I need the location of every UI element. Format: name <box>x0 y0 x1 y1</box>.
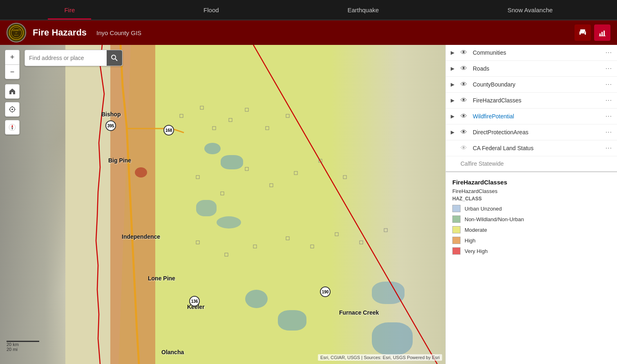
app-title: Fire Hazards <box>33 27 87 38</box>
map-attribution: Esri, CGIAR, USGS | Sources: Esri, USGS … <box>318 354 442 361</box>
nav-item-flood[interactable]: Flood <box>187 0 235 20</box>
expand-icon-roads[interactable]: ▶ <box>451 66 457 71</box>
place-olancha: Olancha <box>161 349 184 355</box>
visibility-icon-roads[interactable]: 👁 <box>461 65 469 72</box>
svg-text:COUNTY: COUNTY <box>12 29 21 31</box>
svg-text:INYO: INYO <box>14 34 18 36</box>
layer-name-fire-hazard: FireHazardClasses <box>473 97 602 104</box>
route-168: 168 <box>163 125 174 135</box>
visibility-icon-direct-protection[interactable]: 👁 <box>461 129 469 136</box>
layer-menu-county-boundary[interactable]: ··· <box>606 81 612 88</box>
water-1 <box>204 143 221 154</box>
legend-swatch-very-high <box>452 247 461 255</box>
place-bishop: Bishop <box>101 111 121 118</box>
route-190: 190 <box>320 286 331 297</box>
legend-swatch-non-wildland <box>452 215 461 223</box>
layer-item-federal-land[interactable]: ▶ 👁 CA Federal Land Status ··· <box>446 140 617 156</box>
layer-item-wildfire-potential[interactable]: ▶ 👁 WildfirePotential ··· <box>446 109 617 124</box>
legend-item-urban: Urban Unzoned <box>452 205 610 212</box>
legend-label-urban: Urban Unzoned <box>465 206 502 212</box>
expand-icon-fire-hazard[interactable]: ▶ <box>451 98 457 103</box>
layer-menu-fire-hazard[interactable]: ··· <box>606 97 612 104</box>
visibility-icon-fire-hazard[interactable]: 👁 <box>461 97 469 104</box>
layer-name-communities: Communities <box>473 49 602 56</box>
nav-item-earthquake[interactable]: Earthquake <box>331 0 395 20</box>
legend-label-high: High <box>465 237 476 244</box>
svg-rect-8 <box>584 32 585 33</box>
red-patch-1 <box>135 167 147 178</box>
right-panel: ▶ 👁 Communities ··· ▶ 👁 Roads ··· ▶ 👁 Co… <box>445 45 617 364</box>
layer-menu-wildfire-potential[interactable]: ··· <box>606 113 612 120</box>
scale-bar: 20 km 20 mi <box>7 341 39 352</box>
expand-icon-county-boundary[interactable]: ▶ <box>451 82 457 87</box>
svg-rect-11 <box>604 31 605 36</box>
search-button[interactable] <box>107 50 122 66</box>
locate-button[interactable] <box>5 102 20 117</box>
layer-name-calfire: Calfire Statewide <box>461 160 612 167</box>
legend-swatch-moderate <box>452 226 461 233</box>
svg-rect-10 <box>601 32 603 36</box>
expand-icon-direct-protection[interactable]: ▶ <box>451 129 457 135</box>
layer-name-federal-land: CA Federal Land Status <box>473 145 602 151</box>
svg-text:OF: OF <box>15 32 18 34</box>
home-button[interactable] <box>5 84 20 99</box>
legend-title: FireHazardClasses <box>452 179 610 186</box>
svg-marker-42 <box>11 124 13 127</box>
layer-item-calfire[interactable]: ▶ Calfire Statewide <box>446 156 617 171</box>
layer-name-county-boundary: CountyBoundary <box>473 81 602 88</box>
legend-swatch-high <box>452 237 461 244</box>
nav-item-snow-avalanche[interactable]: Snow Avalanche <box>491 0 569 20</box>
layer-name-roads: Roads <box>473 65 602 72</box>
expand-icon-communities[interactable]: ▶ <box>451 50 457 55</box>
svg-rect-9 <box>599 33 601 36</box>
visibility-icon-communities[interactable]: 👁 <box>461 49 469 56</box>
place-independence: Independence <box>122 233 160 240</box>
water-8 <box>372 322 413 355</box>
map-container[interactable]: + − Bishop Big Pine Independence Lone Pi… <box>0 45 445 364</box>
visibility-icon-wildfire-potential[interactable]: 👁 <box>461 113 469 120</box>
water-4 <box>217 216 241 229</box>
layer-menu-federal-land[interactable]: ··· <box>606 144 612 152</box>
layer-list: ▶ 👁 Communities ··· ▶ 👁 Roads ··· ▶ 👁 Co… <box>446 45 617 172</box>
layer-menu-communities[interactable]: ··· <box>606 49 612 56</box>
layer-item-roads[interactable]: ▶ 👁 Roads ··· <box>446 61 617 77</box>
legend-item-high: High <box>452 237 610 244</box>
legend-subtitle: FireHazardClasses <box>452 188 610 194</box>
layer-menu-direct-protection[interactable]: ··· <box>606 129 612 136</box>
terrain-east <box>331 45 445 364</box>
visibility-icon-federal-land[interactable]: 👁 <box>461 144 469 152</box>
layer-item-county-boundary[interactable]: ▶ 👁 CountyBoundary ··· <box>446 77 617 93</box>
layer-name-wildfire-potential: WildfirePotential <box>473 113 602 120</box>
water-3 <box>196 200 217 216</box>
layer-name-direct-protection: DirectProtectionAreas <box>473 129 602 135</box>
route-395: 395 <box>105 120 116 131</box>
header-actions <box>575 24 610 41</box>
fire-zone-high <box>110 45 155 364</box>
water-7 <box>372 282 405 304</box>
layer-item-direct-protection[interactable]: ▶ 👁 DirectProtectionAreas ··· <box>446 124 617 140</box>
zoom-in-button[interactable]: + <box>5 50 20 64</box>
layer-item-communities[interactable]: ▶ 👁 Communities ··· <box>446 45 617 61</box>
layer-item-fire-hazard[interactable]: ▶ 👁 FireHazardClasses ··· <box>446 93 617 109</box>
map-controls: + − <box>5 50 20 135</box>
scale-mi: 20 mi <box>7 347 39 352</box>
nav-item-fire[interactable]: Fire <box>48 0 91 20</box>
main-content: + − Bishop Big Pine Independence Lone Pi… <box>0 45 617 364</box>
visibility-icon-county-boundary[interactable]: 👁 <box>461 81 469 88</box>
chart-button[interactable] <box>594 24 610 41</box>
search-input[interactable] <box>25 51 107 64</box>
water-6 <box>278 310 306 331</box>
expand-icon-wildfire-potential[interactable]: ▶ <box>451 113 457 119</box>
legend-item-very-high: Very High <box>452 247 610 255</box>
print-button[interactable] <box>575 24 591 41</box>
org-logo: COUNTY OF INYO <box>7 23 26 42</box>
layer-menu-roads[interactable]: ··· <box>606 65 612 72</box>
legend-label-non-wildland: Non-Wildland/Non-Urban <box>465 216 524 222</box>
legend-panel: FireHazardClasses FireHazardClasses HAZ_… <box>446 172 617 364</box>
zoom-controls: + − <box>5 50 20 79</box>
app-header: COUNTY OF INYO Fire Hazards Inyo County … <box>0 20 617 45</box>
legend-swatch-urban <box>452 205 461 212</box>
zoom-out-button[interactable]: − <box>5 64 20 79</box>
top-navigation: Fire Flood Earthquake Snow Avalanche <box>0 0 617 20</box>
compass-button[interactable] <box>5 120 20 135</box>
